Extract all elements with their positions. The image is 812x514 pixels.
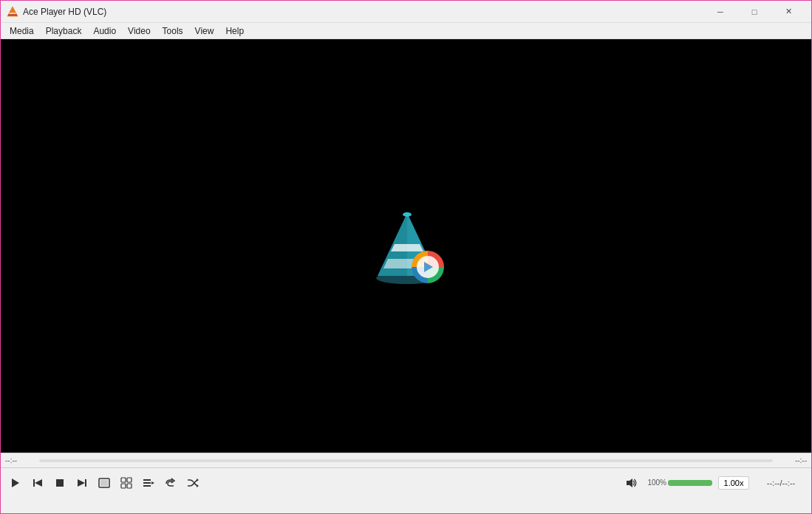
frame-button[interactable] [94,473,115,493]
volume-bar-fill [668,480,712,486]
svg-rect-16 [100,480,108,486]
shuffle-button[interactable] [182,473,203,493]
menu-bar: Media Playback Audio Video Tools View He… [1,23,811,39]
volume-icon [625,477,637,489]
svg-marker-25 [197,479,199,481]
time-left: --:-- [5,456,35,464]
menu-playback[interactable]: Playback [40,24,88,38]
svg-rect-18 [127,478,132,482]
next-button[interactable] [72,473,92,493]
svg-rect-20 [127,484,132,488]
next-icon [76,477,88,489]
shuffle-icon [187,477,199,489]
play-circle-logo [412,251,444,283]
menu-video[interactable]: Video [122,24,156,38]
svg-rect-13 [85,479,86,487]
svg-rect-2 [8,14,17,16]
window-controls: ─ □ ✕ [703,1,805,23]
volume-bar[interactable] [668,480,712,486]
svg-point-8 [403,212,412,217]
loop-icon [165,477,177,489]
ext-settings-icon [120,477,132,489]
prev-button[interactable] [27,473,48,493]
close-button[interactable]: ✕ [771,1,805,23]
svg-rect-12 [56,479,64,487]
loop-button[interactable] [160,473,181,493]
seek-bar-area: --:-- --:-- [1,453,811,467]
svg-rect-17 [121,478,126,482]
controls-bar: 100% 1.00x --:--/--:-- [1,467,811,497]
play-circle-inner [417,256,439,278]
seek-bar[interactable] [39,459,773,462]
playlist-button[interactable] [138,473,159,493]
menu-tools[interactable]: Tools [157,24,189,38]
video-area [1,39,812,453]
volume-percent: 100% [643,479,666,487]
window-title: Ace Player HD (VLC) [23,7,703,17]
title-bar: Ace Player HD (VLC) ─ □ ✕ [1,1,811,23]
svg-marker-27 [627,479,632,487]
svg-marker-6 [391,244,423,251]
speed-display[interactable]: 1.00x [718,476,749,490]
svg-rect-19 [121,484,126,488]
play-triangle-icon [424,262,433,272]
svg-marker-11 [35,479,42,487]
svg-rect-21 [143,479,151,481]
playlist-icon [143,477,154,489]
vlc-logo [370,206,444,287]
svg-rect-23 [143,485,151,487]
maximize-button[interactable]: □ [737,1,771,23]
svg-marker-14 [78,479,85,487]
menu-media[interactable]: Media [4,24,40,38]
play-icon [10,477,21,489]
stop-icon [54,477,66,489]
svg-rect-22 [143,482,151,484]
volume-button[interactable] [621,473,641,493]
minimize-button[interactable]: ─ [703,1,737,23]
menu-help[interactable]: Help [219,24,250,38]
svg-marker-24 [151,481,154,484]
svg-marker-9 [12,479,19,487]
menu-view[interactable]: View [189,24,220,38]
svg-rect-1 [10,13,16,14]
menu-audio[interactable]: Audio [87,24,122,38]
svg-marker-26 [197,484,199,487]
app-icon [7,6,18,18]
play-button[interactable] [5,473,26,493]
time-right: --:-- [777,456,807,464]
frame-icon [98,477,110,489]
stop-button[interactable] [50,473,70,493]
svg-rect-10 [33,479,35,487]
ext-settings-button[interactable] [116,473,137,493]
time-display: --:--/--:-- [755,479,807,487]
prev-icon [32,477,44,489]
